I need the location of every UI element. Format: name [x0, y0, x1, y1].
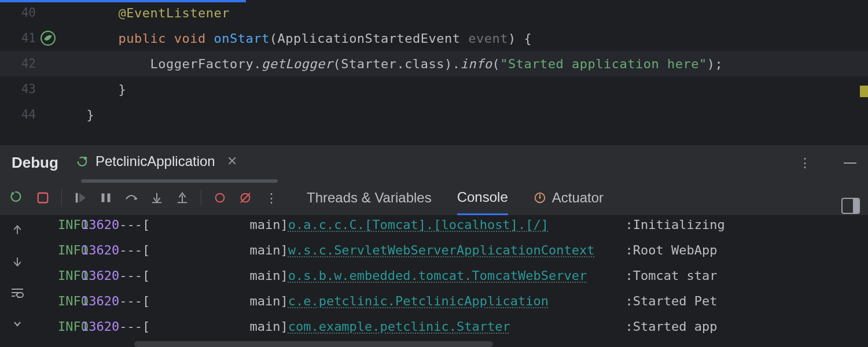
- svg-rect-2: [38, 193, 48, 203]
- tab-console[interactable]: Console: [457, 180, 508, 215]
- svg-point-12: [539, 197, 541, 199]
- line-number: 42: [0, 57, 36, 71]
- log-dash: ---: [119, 217, 142, 232]
- tab-actuator[interactable]: Actuator: [534, 180, 604, 215]
- log-message: Initializing: [633, 217, 725, 232]
- log-line[interactable]: INFO 13620 --- [ main] o.s.b.w.embedded.…: [35, 263, 868, 288]
- log-pid: 13620: [81, 319, 119, 334]
- code-line[interactable]: 44 }: [0, 102, 868, 127]
- log-thread: [ main]: [142, 243, 288, 257]
- view-breakpoints-button[interactable]: [211, 189, 229, 207]
- run-gutter-icon[interactable]: [36, 31, 71, 46]
- log-dash: ---: [119, 243, 142, 257]
- divider: [201, 189, 201, 206]
- layout-settings-icon[interactable]: [841, 198, 860, 214]
- debug-tool-header: Debug PetclinicApplication ✕ ⋮: [0, 145, 868, 180]
- step-over-button[interactable]: [122, 189, 141, 207]
- log-message: Tomcat star: [633, 268, 718, 283]
- svg-rect-4: [102, 194, 105, 202]
- log-logger[interactable]: c.e.petclinic.PetclinicApplication: [288, 294, 549, 308]
- console-output[interactable]: INFO 13620 --- [ main] o.a.c.c.C.[Tomcat…: [35, 215, 868, 347]
- debug-tool-title: Debug: [12, 154, 58, 172]
- console-left-rail: [0, 215, 35, 347]
- rerun-spring-icon: [76, 155, 89, 168]
- code-editor[interactable]: 40 @EventListener 41 public void onStart…: [0, 0, 868, 145]
- log-line[interactable]: INFO 13620 --- [ main] com.example.petcl…: [35, 313, 868, 339]
- log-message: Started Pet: [633, 294, 718, 308]
- rerun-button[interactable]: [8, 189, 27, 207]
- step-into-button[interactable]: [148, 189, 166, 207]
- soft-wrap-icon[interactable]: [8, 283, 27, 302]
- svg-point-1: [84, 156, 87, 160]
- log-dash: ---: [119, 294, 142, 308]
- code-text: LoggerFactory.getLogger(Starter.class).i…: [71, 57, 723, 71]
- log-line[interactable]: INFO 13620 --- [ main] o.a.c.c.C.[Tomcat…: [35, 215, 868, 237]
- code-text: }: [71, 108, 94, 122]
- step-out-button[interactable]: [173, 189, 192, 207]
- close-icon[interactable]: ✕: [227, 154, 237, 169]
- actuator-icon: [534, 191, 546, 204]
- resume-button[interactable]: [71, 189, 90, 207]
- code-text: @EventListener: [71, 6, 230, 20]
- log-pid: 13620: [81, 217, 119, 232]
- log-thread: [ main]: [142, 217, 288, 232]
- log-pid: 13620: [81, 268, 119, 283]
- stop-button[interactable]: [34, 189, 52, 207]
- log-level: INFO: [35, 319, 81, 334]
- log-logger[interactable]: o.a.c.c.C.[Tomcat].[localhost].[/]: [288, 217, 549, 232]
- log-thread: [ main]: [142, 319, 288, 334]
- mute-breakpoints-button[interactable]: [236, 189, 255, 207]
- svg-rect-6: [152, 202, 162, 203]
- log-level: INFO: [35, 268, 81, 283]
- log-line[interactable]: INFO 13620 --- [ main] w.s.c.ServletWebS…: [35, 237, 868, 263]
- log-logger[interactable]: com.example.petclinic.Starter: [288, 319, 510, 334]
- horizontal-scrollbar[interactable]: [134, 341, 493, 347]
- log-dash: ---: [119, 268, 142, 283]
- debug-more-icon[interactable]: ⋮: [265, 191, 279, 205]
- log-pid: 13620: [81, 294, 119, 308]
- log-pid: 13620: [81, 243, 119, 257]
- spring-leaf-icon: [41, 31, 56, 46]
- console-panel: INFO 13620 --- [ main] o.a.c.c.C.[Tomcat…: [0, 215, 868, 347]
- code-line[interactable]: 41 public void onStart(ApplicationStarte…: [0, 25, 868, 51]
- debug-toolbar: ⋮ Threads & Variables Console Actuator: [0, 180, 868, 215]
- log-logger[interactable]: w.s.c.ServletWebServerApplicationContext: [288, 243, 595, 257]
- log-logger[interactable]: o.s.b.w.embedded.tomcat.TomcatWebServer: [288, 268, 587, 283]
- pause-button[interactable]: [97, 189, 115, 207]
- log-dash: ---: [119, 319, 142, 334]
- log-line[interactable]: INFO 13620 --- [ main] c.e.petclinic.Pet…: [35, 288, 868, 313]
- log-level: INFO: [35, 217, 81, 232]
- line-number: 44: [0, 108, 36, 121]
- log-message: Root WebApp: [633, 243, 718, 257]
- code-line[interactable]: 43 }: [0, 76, 868, 102]
- tab-threads-variables[interactable]: Threads & Variables: [307, 180, 432, 215]
- loading-progress-bar: [0, 0, 246, 2]
- line-number: 40: [0, 6, 36, 20]
- debug-tabs: Threads & Variables Console Actuator: [307, 180, 604, 215]
- log-level: INFO: [35, 243, 81, 257]
- scroll-up-icon[interactable]: [8, 221, 27, 239]
- expand-icon[interactable]: [8, 315, 27, 333]
- code-text: }: [71, 82, 126, 97]
- svg-rect-7: [178, 202, 187, 203]
- log-level: INFO: [35, 294, 81, 308]
- code-line[interactable]: 40 @EventListener: [0, 0, 868, 25]
- divider: [61, 189, 62, 206]
- svg-point-8: [216, 194, 225, 202]
- scroll-down-icon[interactable]: [8, 252, 27, 271]
- line-number: 43: [0, 82, 36, 96]
- svg-rect-5: [108, 194, 111, 202]
- code-text: public void onStart(ApplicationStartedEv…: [71, 31, 532, 46]
- line-number: 41: [0, 31, 36, 45]
- svg-rect-3: [76, 193, 78, 203]
- tab-scrollbar[interactable]: [81, 179, 278, 183]
- log-thread: [ main]: [142, 268, 288, 283]
- run-config-tab[interactable]: PetclinicApplication ✕: [76, 153, 237, 173]
- minimize-icon[interactable]: [844, 163, 856, 164]
- code-line-current[interactable]: 42 LoggerFactory.getLogger(Starter.class…: [0, 51, 868, 76]
- log-message: Started app: [633, 319, 718, 334]
- run-config-name: PetclinicApplication: [95, 153, 215, 169]
- editor-marker[interactable]: [860, 86, 868, 97]
- log-thread: [ main]: [142, 294, 288, 308]
- more-options-icon[interactable]: ⋮: [799, 156, 812, 170]
